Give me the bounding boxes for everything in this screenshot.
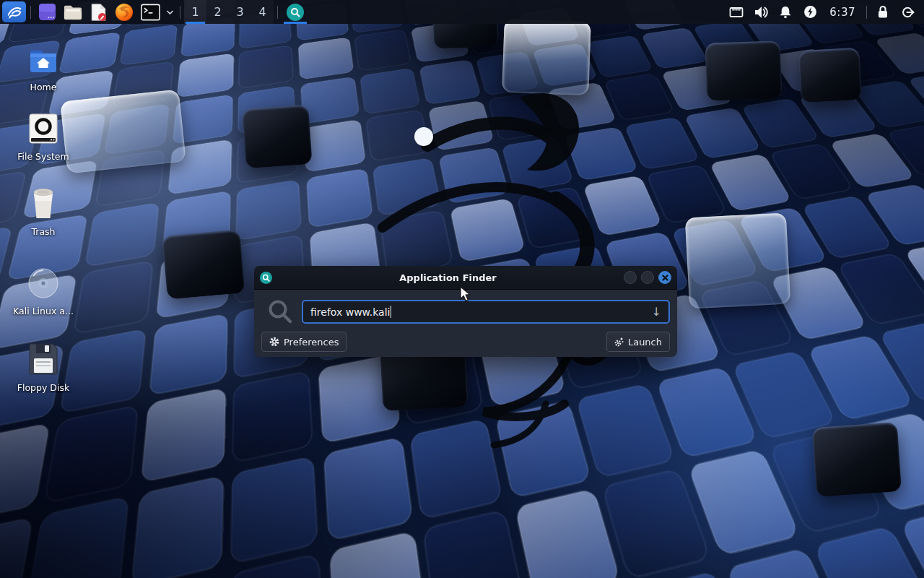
- preferences-button[interactable]: Preferences: [261, 332, 346, 352]
- desktop-icon-label: Floppy Disk: [9, 383, 78, 393]
- battery-bolt-icon: [803, 5, 817, 19]
- panel-separator: [30, 6, 31, 19]
- workspace-number: 1: [191, 5, 199, 19]
- logout-button[interactable]: [895, 1, 920, 22]
- desktop-icon-label: Trash: [9, 227, 78, 237]
- desktop-icon-home[interactable]: Home: [9, 42, 78, 92]
- volume-tray-button[interactable]: [749, 1, 773, 22]
- desktop-icon-kali-cd[interactable]: Kali Linux a...: [9, 266, 78, 316]
- desktop-icon-label: Home: [9, 82, 78, 92]
- floppy-disk-icon: [9, 342, 78, 376]
- panel-left: 1 2 3 4: [0, 0, 309, 24]
- notifications-tray-button[interactable]: [773, 1, 798, 22]
- close-button[interactable]: [658, 271, 671, 284]
- chevron-down-icon: [166, 9, 174, 15]
- terminal-dropdown-button[interactable]: [165, 1, 175, 22]
- maximize-button[interactable]: [641, 271, 654, 284]
- trash-can-icon: [9, 186, 78, 220]
- workspace-2-button[interactable]: 2: [206, 0, 229, 24]
- dropdown-arrow-icon[interactable]: ↓: [652, 305, 661, 319]
- panel-separator: [866, 6, 867, 19]
- launch-button[interactable]: Launch: [606, 332, 670, 352]
- desktop-icon-file-system[interactable]: File System: [9, 111, 78, 162]
- workspace-number: 3: [236, 5, 243, 19]
- black-cube: [798, 48, 862, 103]
- black-cube: [812, 422, 902, 497]
- volume-icon: [754, 6, 768, 19]
- launcher-file-manager-button[interactable]: [61, 1, 85, 22]
- search-query-text: firefox www.kali: [310, 306, 390, 318]
- glass-cube: [60, 90, 186, 174]
- desktop-icon-label: Kali Linux a...: [9, 306, 78, 316]
- gear-icon: [269, 337, 279, 347]
- desktop-icon-floppy-disk[interactable]: Floppy Disk: [9, 342, 78, 393]
- panel-right: 6:37: [724, 0, 924, 24]
- desktop-icon-label: File System: [9, 152, 78, 162]
- panel-separator: [180, 6, 180, 19]
- top-panel: 1 2 3 4: [0, 0, 924, 24]
- network-tray-button[interactable]: [724, 1, 749, 22]
- window-controls: [624, 271, 671, 284]
- logout-icon: [901, 6, 915, 19]
- launcher-purple-app-button[interactable]: [35, 1, 59, 22]
- black-cube: [242, 105, 312, 168]
- hard-drive-icon: [9, 111, 78, 144]
- search-glyph-icon: [267, 298, 293, 324]
- run-gears-icon: [614, 337, 624, 347]
- workspace-number: 2: [214, 5, 221, 19]
- app-finder-taskbar-button[interactable]: [282, 0, 308, 24]
- preferences-label: Preferences: [284, 337, 339, 348]
- text-editor-icon: [90, 3, 108, 22]
- kali-menu-button[interactable]: [2, 1, 26, 22]
- network-icon: [729, 7, 744, 18]
- kali-logo-icon: [6, 4, 23, 21]
- workspace-number: 4: [258, 5, 266, 19]
- close-icon: [662, 275, 668, 281]
- file-manager-icon: [64, 4, 82, 21]
- launch-label: Launch: [628, 337, 662, 348]
- app-finder-window-icon: [260, 272, 272, 284]
- glass-sphere: [414, 127, 433, 146]
- panel-clock[interactable]: 6:37: [822, 6, 863, 19]
- lock-screen-button[interactable]: [871, 1, 895, 22]
- desktop-icon-trash[interactable]: Trash: [9, 186, 78, 237]
- launcher-firefox-button[interactable]: [112, 1, 136, 22]
- search-icon: [287, 4, 304, 21]
- panel-separator: [277, 6, 278, 19]
- workspace-4-button[interactable]: 4: [251, 0, 274, 24]
- application-finder-window: Application Finder firefox www.kali ↓: [254, 266, 677, 357]
- optical-disc-icon: [9, 266, 78, 299]
- window-title: Application Finder: [272, 272, 624, 283]
- terminal-icon: [141, 4, 160, 21]
- lock-icon: [876, 5, 889, 19]
- launcher-text-editor-button[interactable]: [87, 1, 110, 22]
- home-folder-icon: [9, 42, 78, 75]
- firefox-icon: [115, 3, 134, 22]
- search-input[interactable]: firefox www.kali ↓: [302, 300, 670, 324]
- launcher-terminal-button[interactable]: [138, 1, 163, 22]
- text-caret: [391, 306, 391, 318]
- purple-window-icon: [38, 3, 56, 21]
- workspace-1-button[interactable]: 1: [184, 0, 206, 24]
- minimize-button[interactable]: [624, 271, 637, 284]
- desktop: Home File System Trash: [0, 0, 924, 578]
- power-manager-tray-button[interactable]: [798, 1, 822, 22]
- mouse-cursor: [460, 286, 474, 302]
- workspace-3-button[interactable]: 3: [229, 0, 251, 24]
- bell-icon: [779, 6, 792, 19]
- finder-button-row: Preferences Launch: [254, 332, 677, 352]
- black-cube: [162, 229, 245, 299]
- glass-cube: [685, 212, 790, 309]
- black-cube: [705, 40, 783, 101]
- kali-dragon-logo: [339, 76, 657, 452]
